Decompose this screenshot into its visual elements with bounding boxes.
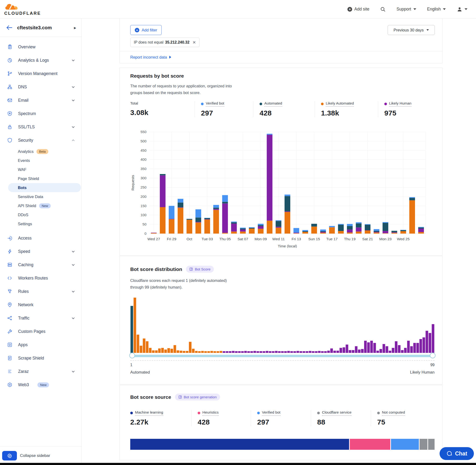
source-card-title: Bot score source: [130, 394, 171, 400]
stat-label-verified-bot[interactable]: Verified bot: [257, 410, 281, 416]
sidebar-item-speed[interactable]: Speed: [0, 245, 81, 258]
sidebar-item-label: Custom Pages: [18, 329, 45, 334]
stat-label-likely-human[interactable]: Likely Human: [384, 101, 412, 107]
source-segment-cloudflare-service[interactable]: [419, 439, 427, 450]
support-menu[interactable]: Support: [396, 7, 416, 12]
svg-text:0: 0: [145, 232, 147, 235]
sidebar-item-label: Workers Routes: [18, 276, 48, 281]
slider-handle-max[interactable]: [430, 353, 435, 358]
sidebar-item-label: Security: [18, 138, 33, 143]
sidebar-item-sensitive-data[interactable]: Sensitive Data: [8, 192, 81, 201]
stat-label-text: Likely Automated: [326, 101, 354, 107]
sidebar-item-dns[interactable]: DNS: [0, 80, 81, 94]
bot-score-docs-badge[interactable]: Bot Score: [186, 266, 214, 273]
stat-label-verified-bot[interactable]: Verified bot: [201, 101, 224, 107]
source-segment-heuristics[interactable]: [349, 439, 390, 450]
stat-label-likely-automated[interactable]: Likely Automated: [321, 101, 354, 107]
stat-label-cloudflare-service[interactable]: Cloudflare service: [317, 410, 351, 416]
sidebar-item-security[interactable]: Security: [0, 134, 81, 147]
chevron-down-icon: [72, 99, 75, 101]
source-segment-verified-bot[interactable]: [390, 439, 419, 450]
language-menu[interactable]: English: [427, 7, 446, 12]
sidebar-item-zaraz[interactable]: Zaraz: [0, 365, 81, 378]
sidebar-item-label: Network: [18, 302, 33, 307]
sidebar-item-label: Analytics: [18, 149, 33, 154]
date-range-dropdown[interactable]: Previous 30 days: [388, 25, 435, 35]
sidebar-item-access[interactable]: Access: [0, 232, 81, 245]
slider-handle-min[interactable]: [129, 353, 135, 358]
legend-dot: [201, 103, 204, 105]
sidebar-item-analytics[interactable]: AnalyticsBeta: [8, 147, 81, 156]
stat-value: 975: [384, 109, 433, 117]
sidebar-item-ddos[interactable]: DDoS: [8, 210, 81, 219]
settings-gear-button[interactable]: [2, 451, 17, 460]
svg-text:Mon 09: Mon 09: [254, 237, 267, 241]
new-badge: New: [37, 382, 49, 387]
spectrum-icon: [7, 111, 12, 116]
sidebar-item-waf[interactable]: WAF: [8, 165, 81, 174]
stat-label-machine-learning[interactable]: Machine learning: [130, 410, 163, 416]
stat-label-heuristics[interactable]: Heuristics: [198, 410, 219, 416]
report-incorrect-data-link[interactable]: Report incorrect data: [130, 55, 171, 60]
sidebar-item-overview[interactable]: Overview: [0, 40, 81, 53]
report-link-label: Report incorrect data: [130, 55, 167, 60]
traffic-icon: [7, 316, 12, 321]
svg-text:Thu 19: Thu 19: [344, 237, 356, 241]
zaraz-icon: [7, 369, 12, 374]
stat-value: 1.38k: [321, 109, 378, 117]
stat-label-text: Not computed: [382, 410, 405, 416]
sidebar-item-web3[interactable]: Web3New: [0, 378, 81, 391]
svg-text:Oct: Oct: [186, 237, 192, 241]
cloudflare-logo[interactable]: CLOUDFLARE: [4, 3, 41, 15]
legend-dot: [257, 412, 260, 414]
add-site-label: Add site: [354, 7, 369, 12]
sidebar-item-ssl-tls[interactable]: SSL/TLS: [0, 120, 81, 134]
sidebar-item-spectrum[interactable]: Spectrum: [0, 107, 81, 120]
workers-icon: [7, 275, 12, 281]
sidebar-item-events[interactable]: Events: [8, 156, 81, 165]
overview-icon: [7, 44, 12, 50]
search-button[interactable]: [380, 7, 386, 12]
sidebar-item-page-shield[interactable]: Page Shield: [8, 174, 81, 183]
sidebar-item-email[interactable]: Email: [0, 94, 81, 107]
sidebar-item-label: Version Management: [18, 71, 57, 76]
source-segment-not-computed[interactable]: [427, 439, 434, 450]
sidebar-footer: Collapse sidebar: [0, 446, 81, 465]
requests-card-description: The number of requests to your applicati…: [130, 83, 232, 96]
sidebar-item-scrape-shield[interactable]: Scrape Shield: [0, 351, 81, 365]
sidebar-item-traffic[interactable]: Traffic: [0, 311, 81, 325]
sidebar-item-analytics-logs[interactable]: Analytics & Logs: [0, 53, 81, 67]
sidebar-item-custom-pages[interactable]: Custom Pages: [0, 325, 81, 338]
beta-badge: Beta: [36, 149, 48, 154]
account-menu[interactable]: [457, 6, 467, 12]
requests-stats-row: Total3.08kVerified bot297Automated428Lik…: [130, 101, 434, 117]
sidebar-item-label: Zaraz: [18, 369, 29, 374]
svg-text:500: 500: [140, 139, 147, 143]
score-range-slider[interactable]: [130, 355, 434, 357]
source-segment-machine-learning[interactable]: [130, 439, 349, 450]
sidebar-item-rules[interactable]: Rules: [0, 285, 81, 298]
sidebar-item-bots[interactable]: Bots: [8, 183, 81, 192]
filter-chip: IP does not equal 35.212.240.32 ✕: [130, 38, 200, 47]
site-chevron-right-icon[interactable]: ▸: [74, 25, 76, 31]
sidebar-item-network[interactable]: Network: [0, 298, 81, 311]
sidebar-item-api-shield[interactable]: API ShieldNew: [8, 201, 81, 210]
sidebar-item-version-management[interactable]: Version Management: [0, 67, 81, 80]
add-filter-button[interactable]: + Add filter: [130, 25, 162, 35]
stat-label-automated[interactable]: Automated: [260, 101, 282, 107]
sidebar-item-label: Events: [18, 158, 30, 163]
sidebar-item-label: Caching: [18, 262, 33, 267]
stat-label-text: Verified bot: [206, 101, 224, 107]
collapse-sidebar-button[interactable]: Collapse sidebar: [20, 453, 50, 458]
chat-button[interactable]: Chat: [440, 447, 474, 460]
add-site-button[interactable]: + Add site: [348, 7, 369, 12]
stat-label-not-computed[interactable]: Not computed: [377, 410, 405, 416]
sidebar-item-workers-routes[interactable]: Workers Routes: [0, 271, 81, 285]
stat-value: 428: [260, 109, 315, 117]
back-arrow-icon[interactable]: [6, 25, 12, 30]
sidebar-item-caching[interactable]: Caching: [0, 258, 81, 271]
sidebar-item-apps[interactable]: Apps: [0, 338, 81, 351]
bot-score-generation-badge[interactable]: Bot score generation: [175, 394, 220, 401]
sidebar-item-settings[interactable]: Settings: [8, 219, 81, 228]
close-icon[interactable]: ✕: [193, 40, 196, 45]
